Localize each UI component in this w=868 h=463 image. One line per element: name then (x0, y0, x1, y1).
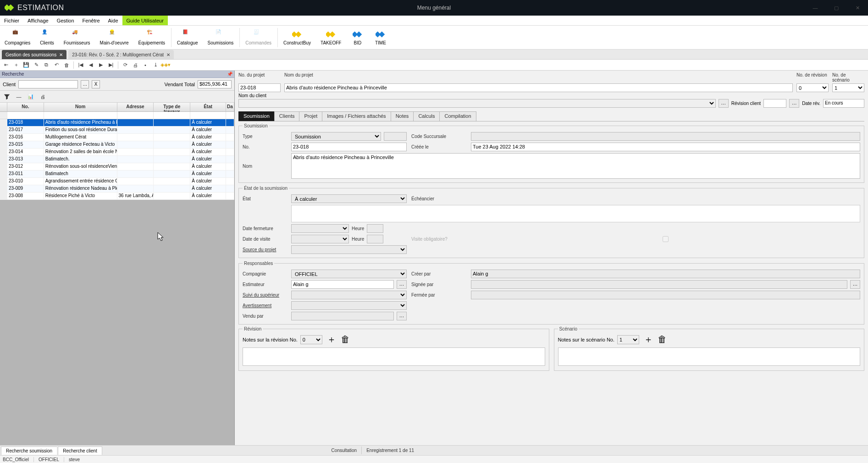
collapse-icon[interactable]: — (15, 93, 23, 101)
estimateur-value[interactable]: Alain g (291, 280, 394, 289)
table-row[interactable]: 23-017Finition du sous-sol résidence Dur… (0, 127, 234, 134)
client-lookup-button[interactable]: … (719, 99, 729, 108)
no-revision-select[interactable]: 0 (796, 83, 829, 92)
scenario-no-select[interactable]: 1 (617, 335, 639, 344)
add-icon[interactable]: ＋ (327, 333, 336, 346)
no-value[interactable]: 23-018 (291, 143, 407, 151)
client-input[interactable] (18, 80, 78, 88)
suivi-select[interactable] (291, 291, 407, 299)
close-button[interactable]: ✕ (847, 0, 868, 16)
table-row[interactable]: 23-016Multilogement CératÀ calculer (0, 134, 234, 141)
avertissement-link[interactable]: Avertissement (243, 303, 287, 308)
menu-aide[interactable]: Aide (104, 16, 122, 25)
clear-button[interactable]: X (92, 80, 100, 88)
undo-icon[interactable]: ↶ (52, 61, 61, 69)
refresh-icon[interactable]: ⟳ (121, 61, 129, 69)
ribbon-compagnies[interactable]: 💼 Compagnies (0, 26, 35, 49)
filter-icon[interactable] (3, 93, 11, 101)
link-icon[interactable]: ◈◈▾ (161, 61, 170, 69)
estimateur-lookup[interactable]: … (397, 280, 407, 289)
ribbon-fournisseurs[interactable]: 🚚 Fournisseurs (59, 26, 95, 49)
print-icon[interactable]: 🖨 (39, 93, 47, 101)
ribbon-clients[interactable]: 👤 Clients (35, 26, 59, 49)
table-row[interactable]: 23-012Rénovation sous-sol résidenceViens… (0, 163, 234, 171)
ribbon-bid[interactable]: BID (346, 26, 369, 49)
copy-icon[interactable]: ⧉ (42, 61, 50, 69)
date-fermeture-select[interactable] (291, 224, 349, 233)
date-rev-value[interactable]: En cours (823, 99, 864, 108)
next-icon[interactable]: ▶ (97, 61, 105, 69)
table-row[interactable]: 23-013Batimatech.À calculer (0, 156, 234, 163)
chart-icon[interactable]: 📊 (27, 93, 35, 101)
menu-fichier[interactable]: Fichier (0, 16, 23, 25)
col-da[interactable]: Da (226, 103, 234, 111)
maximize-button[interactable]: ▢ (826, 0, 847, 16)
first-icon[interactable]: |◀ (77, 61, 85, 69)
avertissement-select[interactable] (291, 301, 407, 310)
print-icon[interactable]: 🖨 (131, 61, 139, 69)
table-row[interactable]: 23-008Résidence Piché à Victo36 rue Lamb… (0, 193, 234, 200)
source-projet-select[interactable] (291, 245, 407, 254)
close-icon[interactable]: ✕ (59, 52, 63, 57)
col-nom[interactable]: Nom (44, 103, 117, 111)
save-icon[interactable]: 💾 (22, 61, 30, 69)
ribbon-soumissions[interactable]: 📄 Soumissions (203, 26, 239, 49)
table-row[interactable]: 23-018Abris d'auto résidence Pincheau à … (0, 119, 234, 127)
compagnie-select[interactable]: OFFICIEL (291, 270, 407, 278)
menu-fenetre[interactable]: Fenêtre (78, 16, 104, 25)
add-icon[interactable]: ＋ (12, 61, 20, 69)
nom-textarea[interactable] (291, 153, 860, 179)
nom-client-select[interactable] (238, 99, 716, 108)
btab-recherche-client[interactable]: Recherche client (58, 446, 102, 455)
col-adresse[interactable]: Adresse (117, 103, 154, 111)
revision-client-lookup[interactable]: … (789, 99, 799, 108)
doctab-gestion-soumissions[interactable]: Gestion des soumissions ✕ (2, 50, 66, 59)
menu-gestion[interactable]: Gestion (53, 16, 78, 25)
revision-notes-textarea[interactable] (243, 347, 545, 366)
col-etat[interactable]: État (190, 103, 226, 111)
col-type[interactable]: Type de travaux (154, 103, 190, 111)
menu-affichage[interactable]: Affichage (23, 16, 53, 25)
tab-notes[interactable]: Notes (391, 111, 414, 121)
heure-visite-value[interactable] (367, 235, 383, 243)
export-icon[interactable]: ⤓ (151, 61, 160, 69)
tab-calculs[interactable]: Calculs (413, 111, 440, 121)
tab-images[interactable]: Images / Fichiers attachés (322, 111, 391, 121)
table-row[interactable]: 23-011BatimatechÀ calculer (0, 171, 234, 178)
col-no[interactable]: No. (7, 103, 44, 111)
doctab-23-016[interactable]: 23-016: Rév. 0 - Scé. 2 : Multilogement … (68, 50, 174, 59)
ribbon-takeoff[interactable]: TAKEOFF (316, 26, 346, 49)
tab-projet[interactable]: Projet (299, 111, 322, 121)
tab-clients[interactable]: Clients (274, 111, 300, 121)
lookup-button[interactable]: … (81, 80, 89, 88)
edit-icon[interactable]: ✎ (32, 61, 40, 69)
delete-icon[interactable]: 🗑 (62, 61, 71, 69)
echeancier-textarea[interactable] (291, 205, 860, 222)
ribbon-catalogue[interactable]: 📕 Catalogue (172, 26, 203, 49)
source-projet-link[interactable]: Source du projet (243, 247, 287, 252)
ribbon-main-doeuvre[interactable]: 👷 Main-d'oeuvre (95, 26, 134, 49)
heure-fermeture-value[interactable] (367, 224, 383, 233)
scenario-notes-textarea[interactable] (558, 347, 861, 366)
add-icon[interactable]: ＋ (644, 333, 653, 346)
delete-icon[interactable]: 🗑 (341, 334, 350, 345)
delete-icon[interactable]: 🗑 (658, 334, 667, 345)
table-row[interactable]: 23-015Garage résidence Fecteau à VictoÀ … (0, 141, 234, 149)
prev-icon[interactable]: ◀ (87, 61, 95, 69)
no-scenario-select[interactable]: 1 (832, 83, 864, 92)
tab-compilation[interactable]: Compilation (439, 111, 476, 121)
revision-client-value[interactable] (763, 99, 786, 108)
tab-soumission[interactable]: Soumission (238, 111, 275, 121)
signee-lookup[interactable]: … (850, 280, 860, 289)
last-icon[interactable]: ▶| (107, 61, 115, 69)
etat-select[interactable]: À calculer (291, 194, 407, 203)
ribbon-equipements[interactable]: 🏗️ Équipements (134, 26, 170, 49)
table-row[interactable]: 23-010Agrandissement entrée résidence Ga… (0, 178, 234, 185)
table-row[interactable]: 23-014Rénovation 2 salles de bain école … (0, 149, 234, 156)
pin-icon[interactable]: 📌 (227, 72, 232, 77)
vendu-lookup[interactable]: … (397, 312, 407, 320)
minimize-button[interactable]: — (805, 0, 826, 16)
btab-recherche-soumission[interactable]: Recherche soumission (1, 446, 57, 455)
close-icon[interactable]: ✕ (166, 52, 170, 57)
table-row[interactable]: 23-009Rénovation résidence Nadeau à Ples… (0, 185, 234, 193)
